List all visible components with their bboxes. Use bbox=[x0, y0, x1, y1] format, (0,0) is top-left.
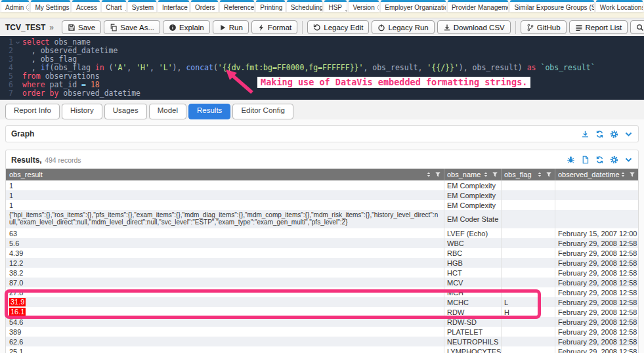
code-token: ), obs_result) bbox=[459, 63, 527, 72]
format-button[interactable]: Format bbox=[251, 20, 297, 34]
browser-tab-my-settings[interactable]: My Settings bbox=[31, 0, 70, 12]
tab-report-info[interactable]: Report Info bbox=[5, 104, 60, 119]
graph-panel: Graph bbox=[5, 125, 639, 142]
save-as-button[interactable]: Save As... bbox=[104, 20, 160, 34]
github-button[interactable]: GitHub bbox=[521, 20, 567, 34]
browser-tab-similar-exposure-groups-segs[interactable]: Similar Exposure Groups (SEGs) bbox=[510, 0, 593, 12]
column-header-icons bbox=[483, 171, 498, 178]
browser-tab-reference[interactable]: Reference bbox=[220, 0, 254, 12]
model-button[interactable]: Model bbox=[630, 20, 644, 34]
legacy-edit-button[interactable]: Legacy Edit bbox=[307, 20, 369, 34]
cell-observed-datetime: February 29, 2008 12:58 PM bbox=[555, 337, 638, 346]
chevron-down-icon[interactable] bbox=[624, 130, 633, 138]
annotation-arrow-icon bbox=[223, 69, 255, 95]
download-icon[interactable] bbox=[581, 130, 590, 138]
cell-observed-datetime: February 29, 2008 12:58 PM bbox=[555, 238, 638, 248]
report-list-button[interactable]: Report List bbox=[569, 20, 628, 34]
tab-history[interactable]: History bbox=[62, 104, 102, 119]
chevron-down-icon[interactable] bbox=[624, 156, 633, 164]
column-header-obs-result: obs_result bbox=[6, 169, 444, 180]
column-header-icons bbox=[425, 171, 441, 178]
browser-tab-label: Employer Organizations bbox=[385, 4, 446, 11]
gear-icon[interactable] bbox=[610, 156, 618, 164]
code-token: , obs_result, bbox=[363, 63, 427, 72]
caret-down-icon bbox=[284, 7, 285, 12]
bug-icon[interactable] bbox=[567, 156, 575, 164]
browser-tab-hsp[interactable]: HSP bbox=[324, 0, 347, 12]
results-panel: Results, 494 records obs_resultobs_nameo… bbox=[5, 150, 639, 353]
browser-tab-system[interactable]: System bbox=[128, 0, 156, 12]
cell-obs-name: MCH bbox=[444, 287, 502, 297]
sql-editor[interactable]: 1select obs_name2 , observed_datetime3 ,… bbox=[0, 36, 644, 100]
editor-line: 2 , observed_datetime bbox=[0, 47, 644, 55]
save-button[interactable]: Save bbox=[62, 20, 101, 34]
gear-icon[interactable] bbox=[610, 130, 618, 138]
chevron-down-icon[interactable] bbox=[13, 38, 22, 47]
filter-obs-name-icon[interactable] bbox=[492, 171, 498, 178]
tab-editor-config[interactable]: Editor Config bbox=[232, 104, 293, 119]
browser-tab-provider-management[interactable]: Provider Management bbox=[448, 0, 509, 12]
cell-obs-name: MCV bbox=[444, 278, 502, 287]
annotation-text: Making use of DataVis embedded formattin… bbox=[257, 77, 530, 88]
download-csv-button[interactable]: Download CSV bbox=[437, 20, 511, 34]
browser-tab-scheduling[interactable]: Scheduling bbox=[287, 0, 323, 12]
explain-button-label: Explain bbox=[179, 24, 204, 31]
sort-obs-name-icon[interactable] bbox=[483, 171, 489, 178]
tab-usages[interactable]: Usages bbox=[104, 104, 147, 119]
browser-tab-employer-organizations[interactable]: Employer Organizations bbox=[381, 0, 446, 12]
table-row: 1EM Complexity bbox=[6, 180, 638, 190]
sort-observed-datetime-icon[interactable] bbox=[620, 171, 626, 178]
browser-tab-chart[interactable]: Chart bbox=[102, 0, 126, 12]
cell-obs-name: LYMPHOCYTES bbox=[444, 346, 502, 353]
cell-observed-datetime: February 15, 2007 12:00 AM bbox=[555, 228, 638, 238]
formatted-result-badge: 16.1 bbox=[9, 308, 26, 316]
graph-panel-header: Graph bbox=[6, 126, 638, 142]
browser-tab-admin[interactable]: Admin bbox=[1, 0, 29, 12]
browser-tab-orders[interactable]: Orders bbox=[191, 0, 218, 12]
filter-obs-result-icon[interactable] bbox=[435, 171, 441, 178]
report-name-expander[interactable]: » bbox=[49, 23, 54, 32]
browser-tab-work-locations[interactable]: Work Locations bbox=[596, 0, 643, 12]
tab-results[interactable]: Results bbox=[188, 104, 230, 119]
sort-obs-result-icon[interactable] bbox=[425, 171, 432, 178]
cell-obs-flag bbox=[502, 228, 555, 238]
legacy-run-button[interactable]: Legacy Run bbox=[372, 20, 434, 34]
cell-obs-flag bbox=[502, 248, 555, 258]
info-icon bbox=[169, 24, 177, 31]
code-token: ( bbox=[213, 63, 218, 72]
results-table: obs_resultobs_nameobs_flagobserved_datet… bbox=[6, 169, 638, 353]
sort-obs-flag-icon[interactable] bbox=[536, 171, 543, 178]
cell-obs-flag bbox=[502, 210, 555, 228]
line-number: 7 bbox=[0, 89, 13, 98]
run-button[interactable]: Run bbox=[213, 20, 249, 34]
table-row: 5.6WBCFebruary 29, 2008 12:58 PM bbox=[6, 238, 638, 248]
external-link-icon bbox=[26, 4, 29, 11]
browser-tab-label: System bbox=[132, 4, 154, 11]
cell-obs-name: EM Complexity bbox=[444, 180, 502, 190]
cell-obs-name: WBC bbox=[444, 238, 502, 248]
browser-tab-version[interactable]: Version bbox=[349, 0, 379, 12]
code-token: order by bbox=[22, 89, 58, 98]
cell-obs-result: 1 bbox=[6, 190, 444, 200]
browser-tab-printing[interactable]: Printing bbox=[256, 0, 284, 12]
refresh-icon[interactable] bbox=[595, 130, 604, 138]
browser-tab-access[interactable]: Access bbox=[72, 0, 100, 12]
table-row: 389PLATELETFebruary 29, 2008 12:58 PM bbox=[6, 327, 638, 337]
line-gutter-gap bbox=[13, 89, 22, 98]
code-token: in bbox=[95, 63, 104, 72]
explain-button[interactable]: Explain bbox=[163, 20, 210, 34]
cell-observed-datetime bbox=[555, 210, 638, 228]
browser-tab-bar: AdminMy SettingsAccessChartSystemInterfa… bbox=[0, 0, 644, 12]
save-as-button-label: Save As... bbox=[120, 24, 154, 31]
report-name: TCV_TEST bbox=[5, 23, 45, 32]
browser-tab-label: Provider Management bbox=[452, 4, 509, 11]
cell-obs-result: 4.39 bbox=[6, 248, 444, 258]
browser-tab-interface[interactable]: Interface bbox=[158, 0, 189, 12]
cell-obs-name: RDW bbox=[444, 307, 502, 317]
cell-obs-result: {"hpi_items":{},"ros_items":{},"pfs_item… bbox=[6, 210, 444, 228]
filter-observed-datetime-icon[interactable] bbox=[629, 171, 635, 178]
tab-model[interactable]: Model bbox=[149, 104, 186, 119]
filter-obs-flag-icon[interactable] bbox=[546, 171, 552, 178]
refresh-icon[interactable] bbox=[595, 156, 604, 164]
file-icon[interactable] bbox=[581, 156, 590, 164]
